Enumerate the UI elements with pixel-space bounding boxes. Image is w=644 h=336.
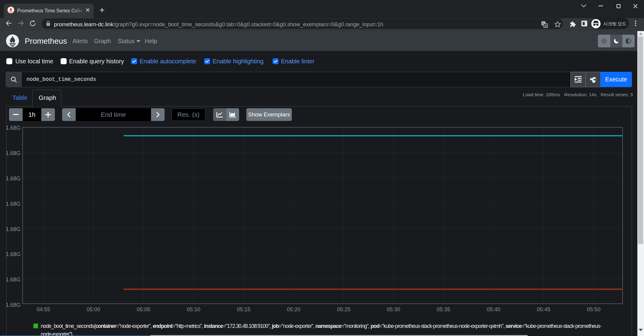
svg-text:文: 文 bbox=[544, 24, 547, 27]
